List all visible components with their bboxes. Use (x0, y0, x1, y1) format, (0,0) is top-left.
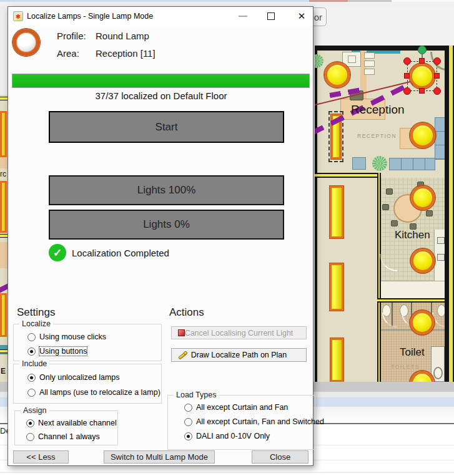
chair-icon (382, 204, 389, 210)
close-button[interactable]: Close (252, 450, 308, 464)
lights-100-button[interactable]: Lights 100% (49, 175, 284, 205)
shelf-icon (364, 69, 375, 75)
armchair (352, 157, 366, 170)
radio-icon (27, 347, 36, 356)
radio-label: Channel 1 always (38, 432, 100, 441)
selection-handle[interactable] (419, 58, 425, 64)
lights-0-button[interactable]: Lights 0% (49, 210, 284, 240)
partial-text-left-low: E (1, 367, 6, 376)
profile-value: Round Lamp (96, 31, 149, 41)
stove-icon (437, 237, 445, 244)
radio-icon (26, 419, 34, 427)
app-icon: ✱ (13, 11, 23, 21)
bar-lamp-sliver (0, 111, 7, 157)
wall-reception-bottom (315, 173, 380, 178)
group-include-label: Include (19, 359, 49, 368)
round-lamp[interactable] (411, 249, 435, 273)
bar-lamp-sliver (0, 181, 7, 233)
less-button[interactable]: << Less (13, 450, 69, 464)
selection-handle[interactable] (433, 57, 441, 65)
check-icon: ✓ (49, 244, 66, 261)
group-load-types-label: Load Types (174, 391, 219, 399)
rotation-handle[interactable] (418, 46, 427, 54)
bar-lamp[interactable] (330, 186, 343, 238)
wall-sliver (0, 234, 7, 238)
plan-wall-top (315, 46, 454, 51)
radio-label: Using mouse clicks (39, 333, 106, 341)
stove-icon (437, 254, 445, 261)
top-band (0, 2, 454, 6)
radio-icon (184, 404, 192, 412)
cancel-localising-button: Cancel Localising Current Light (171, 326, 307, 339)
table-row-line (0, 472, 454, 473)
round-lamp[interactable] (410, 311, 434, 334)
minimize-button[interactable] (239, 16, 247, 17)
toilet-fixture-icon (433, 367, 443, 379)
room-sublabel-reception: RECEPTION (357, 133, 397, 139)
plant-icon (372, 156, 387, 171)
localization-status-text: Localization Completed (72, 248, 169, 258)
round-lamp-profile-icon (12, 29, 40, 56)
dialog-title: Localize Lamps - Single Lamp Mode (27, 7, 153, 26)
group-load-types: Load Types All except Curtain and Fan Al… (167, 395, 315, 450)
radio-using-mouse-clicks[interactable]: Using mouse clicks (27, 333, 106, 341)
selection-handle[interactable] (433, 87, 441, 95)
radio-all-except-curtain-fan-switched[interactable]: All except Curtain, Fan and Switched (184, 417, 324, 426)
close-icon[interactable]: ✕ (294, 9, 309, 24)
selection-handle[interactable] (404, 73, 410, 79)
selection-handle[interactable] (419, 88, 425, 94)
radio-next-available-channel[interactable]: Next available channel (26, 419, 117, 427)
bar-lamp-sliver (0, 293, 7, 337)
kitchen-counter (381, 281, 445, 298)
radio-using-buttons[interactable]: Using buttons (27, 347, 87, 356)
chair-icon (391, 220, 398, 226)
shelf-icon (364, 61, 375, 67)
selection-handle[interactable] (434, 73, 440, 79)
progress-fill (12, 74, 309, 87)
switch-multi-lamp-mode-button[interactable]: Switch to Multi Lamp Mode (104, 450, 215, 464)
wall-sliver (0, 349, 7, 353)
wall-sliver (0, 97, 7, 100)
radio-channel-1-always[interactable]: Channel 1 always (26, 432, 100, 441)
localization-progress-bar (12, 74, 310, 88)
round-lamp[interactable] (411, 186, 435, 210)
start-button[interactable]: Start (49, 111, 284, 143)
dialog-titlebar[interactable]: ✱ Localize Lamps - Single Lamp Mode ✕ (8, 7, 313, 26)
radio-icon (27, 374, 36, 382)
room-label-kitchen: Kitchen (395, 229, 430, 241)
group-localize-label: Localize (19, 319, 53, 328)
radio-icon (27, 333, 36, 341)
radio-label: DALI and 0-10V Only (196, 432, 270, 440)
selection-handle[interactable] (403, 57, 411, 65)
selection-box (407, 61, 437, 91)
wall-kitchen-toilet (377, 298, 445, 303)
draw-localize-path-button[interactable]: Draw Localize Path on Plan (171, 348, 307, 362)
radio-icon (184, 418, 192, 426)
red-stop-icon (178, 329, 185, 336)
bar-lamp[interactable] (330, 263, 343, 311)
radio-all-except-curtain-fan[interactable]: All except Curtain and Fan (184, 403, 288, 412)
radio-only-unlocalized[interactable]: Only unlocalized lamps (27, 373, 120, 382)
round-lamp[interactable] (325, 62, 350, 87)
desk-sliver (0, 157, 7, 168)
radio-label: Next available channel (38, 419, 117, 427)
round-lamp[interactable] (410, 123, 435, 148)
settings-heading: Settings (17, 306, 55, 319)
radio-icon (184, 432, 192, 440)
radio-label: All except Curtain, Fan and Switched (196, 417, 324, 426)
plant-icon (315, 54, 323, 68)
group-assign-label: Assign (21, 406, 49, 415)
area-label: Area: (57, 48, 79, 59)
radio-all-lamps[interactable]: All lamps (use to relocalize a lamp) (27, 388, 160, 397)
bar-lamp[interactable] (330, 338, 343, 382)
sofa-horizontal (389, 158, 435, 170)
maximize-button[interactable] (267, 12, 275, 20)
radio-icon (26, 433, 34, 441)
shelf-icon (364, 52, 375, 59)
room-label-reception: Reception (351, 103, 405, 117)
selection-handle[interactable] (403, 87, 411, 95)
draw-localize-path-label: Draw Localize Path on Plan (191, 351, 287, 359)
radio-dali-0-10v-only[interactable]: DALI and 0-10V Only (184, 432, 270, 440)
plan-left-sliver: rc E (0, 6, 7, 382)
floor-plan-canvas[interactable]: Reception RECEPTION Kitchen (315, 46, 454, 382)
